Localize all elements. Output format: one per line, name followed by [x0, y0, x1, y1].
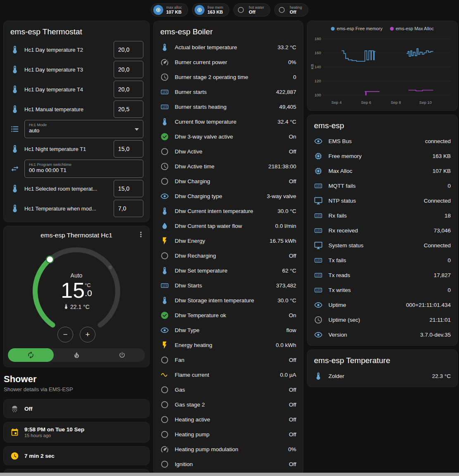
emsesp-row-uptime[interactable]: Uptime000+21:11:01.434: [307, 297, 457, 312]
entity-value: Off: [289, 253, 296, 259]
circle-icon: [160, 177, 169, 186]
svg-text:Sep 4: Sep 4: [331, 100, 342, 105]
eye-icon: [314, 301, 323, 309]
boiler-row-energy-heating[interactable]: Energy heating0.0 kWh: [154, 337, 303, 352]
entity-label: Dhw Temperature ok: [175, 312, 283, 318]
select-hc1-mode[interactable]: Hc1 Modeauto: [24, 120, 143, 138]
badge-value: 107 KB: [166, 10, 182, 15]
emsesp-row-tx-fails[interactable]: 123Tx fails0: [307, 253, 457, 268]
legend-item-ems-esp-max-alloc[interactable]: ems-esp Max Alloc: [390, 26, 434, 31]
thermostat-dial-card: ems-esp Thermostat Hc1 Auto 15 °C: [3, 226, 150, 367]
hvac-mode-heat-button[interactable]: [54, 348, 100, 362]
more-options-button[interactable]: [137, 230, 145, 240]
hvac-mode-auto-button[interactable]: [8, 348, 54, 362]
emsesp-row-free-memory[interactable]: Free memory163 KB: [307, 148, 457, 163]
right-column: ems-esp Free memoryems-esp Max Alloc 100…: [307, 21, 458, 391]
hvac-mode-off-button[interactable]: [99, 348, 145, 362]
svg-text:123: 123: [316, 229, 321, 232]
emsesp-row-ems-bus[interactable]: EMS Busconnected: [307, 134, 457, 148]
input-hc1-day-temperature-t4[interactable]: 20,0: [114, 81, 143, 98]
boiler-row-gas[interactable]: GasOff: [154, 382, 303, 397]
badge-heating[interactable]: heatingOff: [274, 3, 308, 17]
shower-row-0[interactable]: Off: [4, 399, 149, 418]
shower-row-1[interactable]: 9:58 PM on Tue 10 Sep15 hours ago: [4, 422, 149, 442]
sine-icon: [160, 371, 169, 379]
temperature-steppers: − +: [4, 327, 149, 342]
input-hc1-manual-temperature[interactable]: 20,5: [114, 100, 143, 118]
boiler-row-dhw-energy[interactable]: Dhw Energy16.75 kWh: [154, 233, 303, 248]
setting-row-hc1-temperature-when-mod: Hc1 Temperature when mod...7,0: [4, 199, 149, 218]
boiler-row-current-flow-temperature[interactable]: Current flow temperature32.4 °C: [154, 114, 303, 129]
emsesp-row-version[interactable]: Version3.7.0-dev.35: [307, 327, 457, 342]
input-hc1-day-temperature-t2[interactable]: 20,0: [114, 41, 143, 58]
boiler-row-dhw-set-temperature[interactable]: Dhw Set temperature62 °C: [154, 263, 303, 278]
entity-value: 73,046: [434, 227, 451, 234]
emsesp-row-mqtt-fails[interactable]: 123MQTT fails0: [307, 178, 457, 193]
bottom-scrollbar[interactable]: [0, 473, 459, 476]
legend-item-ems-esp-free-memory[interactable]: ems-esp Free memory: [331, 26, 383, 31]
boiler-row-dhw-temperature-ok[interactable]: Dhw Temperature okOn: [154, 308, 303, 323]
boiler-row-gas-stage-2[interactable]: Gas stage 2Off: [154, 397, 303, 412]
hvac-mode-bar: [8, 348, 145, 362]
input-hc1-selected-room-temperat[interactable]: 15,0: [114, 180, 143, 197]
boiler-row-actual-boiler-temperature[interactable]: Actual boiler temperature33.2 °C: [154, 40, 303, 55]
boiler-row-dhw-storage-intern-temperature[interactable]: Dhw Storage intern temperature30.0 °C: [154, 293, 303, 308]
counter-icon: 123: [314, 271, 323, 280]
decrease-temperature-button[interactable]: −: [57, 327, 73, 342]
emsesp-row-ntp-status[interactable]: NTP statusConnected: [307, 193, 457, 208]
gauge-icon: [160, 58, 169, 67]
boiler-row-burner-starts[interactable]: 123Burner starts422,887: [154, 84, 303, 99]
temperature-row-zolder[interactable]: Zolder22.3 °C: [307, 368, 457, 383]
entity-label: Tx writes: [328, 287, 442, 293]
shower-row-2[interactable]: 7 min 2 sec: [4, 447, 149, 465]
boiler-row-dhw-charging[interactable]: Dhw ChargingOff: [154, 174, 303, 189]
boiler-row-fan[interactable]: FanOff: [154, 352, 303, 367]
emsesp-row-rx-received[interactable]: 123Rx received73,046: [307, 223, 457, 238]
dial-handle[interactable]: [46, 256, 53, 263]
boiler-row-burner-current-power[interactable]: Burner current power0%: [154, 55, 303, 69]
boiler-row-dhw-active-time[interactable]: Dhw Active time2181:38:00: [154, 159, 303, 174]
boiler-row-flame-current[interactable]: Flame current0.0 µA: [154, 367, 303, 382]
emsesp-row-tx-writes[interactable]: 123Tx writes0: [307, 282, 457, 297]
setting-row-hc1-selected-room-temperat: Hc1 Selected room temperat...15,0: [4, 179, 149, 199]
entity-value: 49,405: [279, 104, 296, 110]
boiler-row-dhw-current-tap-water-flow[interactable]: Dhw Current tap water flow0.0 l/min: [154, 218, 303, 233]
boiler-row-burner-stage-2-operating-time[interactable]: Burner stage 2 operating time0: [154, 69, 303, 84]
emsesp-row-tx-reads[interactable]: 123Tx reads17,827: [307, 268, 457, 282]
boiler-row-dhw-current-intern-temperature[interactable]: Dhw Current intern temperature30.0 °C: [154, 203, 303, 218]
thermostat-dial[interactable]: Auto 15 °C .0 22.1 °C: [27, 242, 126, 341]
svg-text:123: 123: [316, 274, 321, 277]
emsesp-row-uptime-sec[interactable]: Uptime (sec)21:11:01: [307, 312, 457, 327]
boiler-row-heating-pump[interactable]: Heating pumpOff: [154, 427, 303, 442]
input-hc1-night-temperature-t1[interactable]: 15,0: [114, 140, 143, 158]
emsesp-row-max-alloc[interactable]: Max Alloc107 KB: [307, 163, 457, 178]
boiler-row-dhw-type[interactable]: Dhw Typeflow: [154, 323, 303, 337]
boiler-row-dhw-recharging[interactable]: Dhw RechargingOff: [154, 248, 303, 263]
boiler-row-heating-pump-modulation[interactable]: Heating pump modulation0%: [154, 442, 303, 457]
boiler-row-dhw-3-way-valve-active[interactable]: Dhw 3-way valve activeOn: [154, 129, 303, 144]
boiler-row-dhw-charging-type[interactable]: Dhw Charging type3-way valve: [154, 189, 303, 203]
dial-arc[interactable]: [27, 242, 126, 341]
boiler-row-dhw-starts[interactable]: 123Dhw Starts373,482: [154, 278, 303, 293]
input-hc1-program-switchtime[interactable]: Hc1 Program switchtime00 mo 00:00 T1: [24, 160, 143, 178]
input-hc1-temperature-when-mod[interactable]: 7,0: [114, 200, 143, 217]
badge-hot-water[interactable]: hot waterOff: [233, 3, 270, 17]
legend-dot: [331, 27, 335, 31]
shower-value: 9:58 PM on Tue 10 Sep: [24, 426, 84, 433]
memory-chart-card: ems-esp Free memoryems-esp Max Alloc 100…: [307, 21, 458, 111]
chip-icon: [314, 167, 323, 175]
emsesp-row-system-status[interactable]: System statusConnected: [307, 238, 457, 253]
entity-value: Off: [289, 431, 296, 438]
boiler-row-dhw-active[interactable]: Dhw ActiveOff: [154, 144, 303, 159]
boiler-row-heating-active[interactable]: Heating activeOff: [154, 412, 303, 427]
increase-temperature-button[interactable]: +: [80, 327, 95, 342]
boiler-row-burner-starts-heating[interactable]: 123Burner starts heating49,405: [154, 99, 303, 114]
entity-value: Off: [289, 416, 296, 423]
emsesp-row-rx-fails[interactable]: 123Rx fails18: [307, 208, 457, 223]
svg-text:123: 123: [162, 105, 167, 108]
badge-free-mem[interactable]: free mem163 KB: [192, 3, 229, 17]
input-hc1-day-temperature-t3[interactable]: 20,0: [114, 61, 143, 78]
badge-max-alloc[interactable]: max alloc107 KB: [151, 3, 188, 17]
temperature-card: ems-esp Temperature Zolder22.3 °C: [307, 349, 458, 387]
boiler-row-ignition[interactable]: IgnitionOff: [154, 457, 303, 471]
